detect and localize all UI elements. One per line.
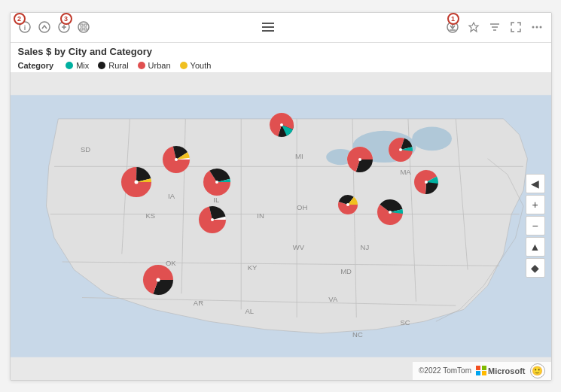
svg-point-70 [134, 180, 138, 184]
pie-marker-nebraska[interactable] [120, 166, 153, 202]
expand-icon[interactable] [75, 19, 92, 35]
pie-marker-md[interactable] [337, 193, 359, 219]
svg-text:KY: KY [247, 263, 257, 271]
svg-text:IN: IN [257, 211, 264, 219]
svg-point-18 [535, 26, 538, 29]
svg-point-107 [156, 278, 160, 281]
feedback-icon[interactable]: 🙂 [530, 363, 545, 378]
legend-item-rural[interactable]: Rural [98, 61, 128, 70]
legend-dot-youth [180, 62, 188, 69]
svg-text:NJ: NJ [360, 243, 369, 251]
svg-text:AL: AL [245, 306, 254, 315]
zoom-in-btn[interactable]: + [526, 195, 545, 214]
svg-point-33 [412, 126, 452, 150]
pie-marker-nj[interactable] [413, 169, 440, 199]
svg-text:SD: SD [80, 145, 90, 153]
zoom-out-btn[interactable]: − [526, 216, 545, 236]
pie-marker-michigan[interactable] [268, 111, 295, 141]
svg-rect-9 [81, 28, 83, 30]
info-icon[interactable]: i 2 [17, 19, 33, 35]
svg-text:OH: OH [297, 203, 307, 211]
fullscreen-icon[interactable] [508, 19, 524, 35]
pie-marker-pennsylvania[interactable] [346, 145, 374, 177]
location-btn[interactable]: ◆ [526, 258, 545, 278]
legend-text-mix: Mix [76, 61, 89, 70]
pie-marker-va[interactable] [376, 198, 404, 229]
legend-label: Category [18, 61, 54, 70]
microsoft-text: Microsoft [488, 366, 526, 375]
svg-point-19 [539, 26, 541, 29]
svg-rect-7 [81, 24, 83, 26]
pie-marker-iowa[interactable] [161, 144, 191, 178]
svg-text:IA: IA [168, 191, 175, 199]
svg-rect-10 [84, 28, 87, 30]
toolbar-center [92, 23, 444, 32]
pie-marker-ar[interactable] [142, 263, 175, 299]
legend-item-urban[interactable]: Urban [138, 61, 171, 70]
svg-text:KS: KS [145, 211, 155, 219]
svg-text:VA: VA [328, 294, 338, 302]
svg-point-79 [211, 218, 214, 221]
pie-marker-pa-east[interactable] [387, 136, 414, 166]
pie-marker-illinois-south[interactable] [197, 205, 227, 238]
more-icon[interactable] [529, 19, 545, 35]
map-area[interactable]: SD NE KS OK IA IL IN OH WV KY AR AL VA M… [11, 72, 551, 380]
download-icon[interactable]: 1 [444, 19, 461, 35]
up-icon[interactable] [36, 19, 53, 35]
svg-text:MA: MA [400, 167, 411, 175]
svg-point-2 [39, 22, 50, 32]
filter-icon[interactable] [486, 19, 503, 35]
svg-text:MI: MI [295, 151, 303, 160]
chart-title: Sales $ by City and Category [11, 43, 551, 59]
svg-point-6 [78, 22, 89, 32]
svg-point-83 [358, 158, 361, 161]
svg-point-93 [425, 181, 428, 184]
svg-text:SC: SC [400, 318, 410, 327]
legend-text-urban: Urban [148, 61, 171, 70]
legend-item-mix[interactable]: Mix [66, 61, 89, 70]
pin-icon[interactable] [465, 19, 482, 35]
map-back-btn[interactable]: ◀ [526, 174, 545, 193]
legend-area: Category Mix Rural Urban Youth [11, 59, 551, 72]
legend-item-youth[interactable]: Youth [180, 61, 212, 70]
svg-text:NC: NC [352, 330, 363, 339]
annotation-badge-2: 2 [14, 13, 26, 25]
pie-marker-illinois[interactable] [202, 167, 232, 200]
legend-dot-mix [66, 62, 73, 69]
map-controls: ◀ + − ▲ ◆ [526, 174, 545, 278]
svg-point-17 [532, 26, 534, 29]
hamburger-icon[interactable] [262, 23, 274, 32]
svg-point-88 [399, 148, 402, 151]
svg-text:AR: AR [193, 299, 203, 307]
annotation-badge-3: 3 [60, 13, 72, 25]
tomtom-attribution: ©2022 TomTom [419, 366, 471, 375]
toolbar: i 2 3 [11, 13, 551, 43]
legend-text-rural: Rural [108, 61, 128, 70]
legend-text-youth: Youth [191, 61, 212, 70]
svg-text:WV: WV [292, 243, 304, 251]
ms-squares-icon [476, 366, 486, 376]
legend-dot-rural [98, 62, 105, 69]
attribution-bar: ©2022 TomTom Microsoft 🙂 [413, 362, 551, 380]
svg-text:MD: MD [340, 266, 352, 275]
microsoft-logo: Microsoft [476, 366, 526, 376]
svg-point-75 [215, 181, 218, 184]
annotation-badge-1: 1 [447, 13, 459, 25]
grid-icon[interactable]: 3 [56, 19, 72, 35]
svg-rect-8 [84, 24, 87, 26]
svg-point-98 [346, 203, 349, 206]
reset-north-btn[interactable]: ▲ [526, 237, 545, 257]
toolbar-right: 1 [444, 19, 545, 35]
svg-point-60 [280, 123, 283, 126]
svg-text:i: i [23, 24, 26, 32]
widget-container: i 2 3 [10, 12, 552, 381]
legend-dot-urban [138, 62, 145, 69]
toolbar-left: i 2 3 [17, 19, 92, 35]
svg-point-103 [389, 211, 392, 214]
svg-point-65 [175, 158, 178, 161]
